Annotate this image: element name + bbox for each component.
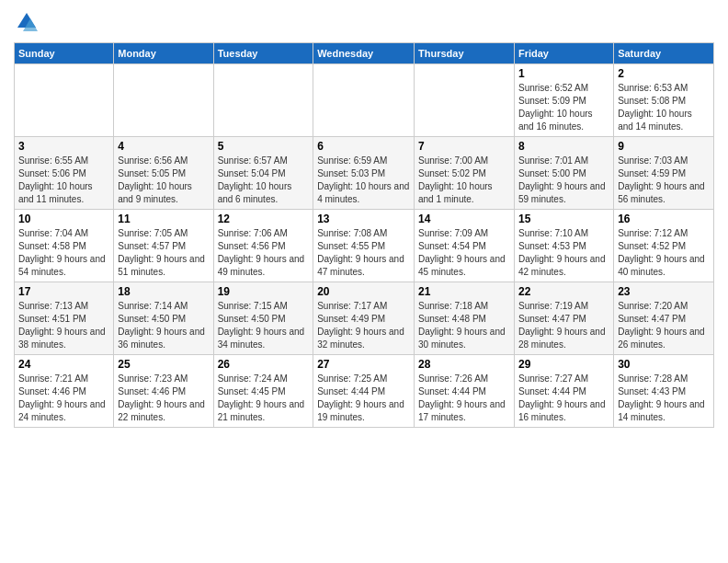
week-row-1: 1Sunrise: 6:52 AMSunset: 5:09 PMDaylight… bbox=[15, 64, 714, 137]
day-info: Sunrise: 7:15 AMSunset: 4:50 PMDaylight:… bbox=[218, 300, 310, 351]
calendar-cell: 26Sunrise: 7:24 AMSunset: 4:45 PMDayligh… bbox=[213, 355, 313, 428]
calendar-cell: 7Sunrise: 7:00 AMSunset: 5:02 PMDaylight… bbox=[415, 137, 515, 210]
day-header-tuesday: Tuesday bbox=[213, 43, 313, 64]
header bbox=[14, 9, 714, 35]
day-header-wednesday: Wednesday bbox=[313, 43, 415, 64]
calendar-cell: 28Sunrise: 7:26 AMSunset: 4:44 PMDayligh… bbox=[415, 355, 515, 428]
day-info: Sunrise: 7:21 AMSunset: 4:46 PMDaylight:… bbox=[18, 373, 109, 424]
calendar-cell: 3Sunrise: 6:55 AMSunset: 5:06 PMDaylight… bbox=[15, 137, 114, 210]
day-number: 10 bbox=[18, 213, 109, 225]
week-row-2: 3Sunrise: 6:55 AMSunset: 5:06 PMDaylight… bbox=[15, 137, 714, 210]
day-number: 8 bbox=[518, 140, 609, 153]
day-number: 6 bbox=[317, 140, 410, 153]
calendar-cell: 24Sunrise: 7:21 AMSunset: 4:46 PMDayligh… bbox=[15, 355, 114, 428]
day-number: 20 bbox=[317, 285, 410, 298]
day-number: 13 bbox=[317, 213, 410, 225]
day-info: Sunrise: 7:03 AMSunset: 4:59 PMDaylight:… bbox=[618, 155, 710, 206]
day-number: 19 bbox=[218, 285, 310, 298]
calendar-cell: 21Sunrise: 7:18 AMSunset: 4:48 PMDayligh… bbox=[415, 282, 515, 355]
day-info: Sunrise: 7:23 AMSunset: 4:46 PMDaylight:… bbox=[118, 373, 209, 424]
day-number: 25 bbox=[118, 358, 209, 371]
calendar-cell bbox=[114, 64, 213, 137]
week-row-5: 24Sunrise: 7:21 AMSunset: 4:46 PMDayligh… bbox=[15, 355, 714, 428]
day-info: Sunrise: 7:28 AMSunset: 4:43 PMDaylight:… bbox=[618, 373, 710, 424]
calendar-cell: 19Sunrise: 7:15 AMSunset: 4:50 PMDayligh… bbox=[213, 282, 313, 355]
day-info: Sunrise: 7:09 AMSunset: 4:54 PMDaylight:… bbox=[418, 227, 510, 279]
day-info: Sunrise: 7:19 AMSunset: 4:47 PMDaylight:… bbox=[518, 300, 609, 351]
calendar-cell: 10Sunrise: 7:04 AMSunset: 4:58 PMDayligh… bbox=[15, 210, 114, 282]
calendar-cell: 30Sunrise: 7:28 AMSunset: 4:43 PMDayligh… bbox=[614, 355, 714, 428]
day-header-sunday: Sunday bbox=[15, 43, 114, 64]
day-number: 22 bbox=[518, 285, 609, 298]
calendar-cell: 29Sunrise: 7:27 AMSunset: 4:44 PMDayligh… bbox=[514, 355, 613, 428]
calendar-cell: 17Sunrise: 7:13 AMSunset: 4:51 PMDayligh… bbox=[15, 282, 114, 355]
day-info: Sunrise: 7:24 AMSunset: 4:45 PMDaylight:… bbox=[218, 373, 310, 424]
day-info: Sunrise: 7:14 AMSunset: 4:50 PMDaylight:… bbox=[118, 300, 209, 351]
calendar-cell: 20Sunrise: 7:17 AMSunset: 4:49 PMDayligh… bbox=[313, 282, 415, 355]
day-info: Sunrise: 7:27 AMSunset: 4:44 PMDaylight:… bbox=[518, 373, 609, 424]
day-info: Sunrise: 7:04 AMSunset: 4:58 PMDaylight:… bbox=[18, 227, 109, 279]
calendar-cell bbox=[15, 64, 114, 137]
calendar-cell: 16Sunrise: 7:12 AMSunset: 4:52 PMDayligh… bbox=[614, 210, 714, 282]
calendar-cell: 4Sunrise: 6:56 AMSunset: 5:05 PMDaylight… bbox=[114, 137, 213, 210]
day-number: 7 bbox=[418, 140, 510, 153]
day-number: 29 bbox=[518, 358, 609, 371]
day-number: 23 bbox=[618, 285, 710, 298]
day-info: Sunrise: 7:18 AMSunset: 4:48 PMDaylight:… bbox=[418, 300, 510, 351]
day-number: 9 bbox=[618, 140, 710, 153]
calendar-cell: 23Sunrise: 7:20 AMSunset: 4:47 PMDayligh… bbox=[614, 282, 714, 355]
day-number: 26 bbox=[218, 358, 310, 371]
calendar-cell: 9Sunrise: 7:03 AMSunset: 4:59 PMDaylight… bbox=[614, 137, 714, 210]
calendar-table: SundayMondayTuesdayWednesdayThursdayFrid… bbox=[14, 42, 714, 428]
calendar-cell bbox=[213, 64, 313, 137]
day-info: Sunrise: 6:52 AMSunset: 5:09 PMDaylight:… bbox=[518, 82, 609, 133]
day-header-thursday: Thursday bbox=[415, 43, 515, 64]
day-info: Sunrise: 7:13 AMSunset: 4:51 PMDaylight:… bbox=[18, 300, 109, 351]
day-info: Sunrise: 7:26 AMSunset: 4:44 PMDaylight:… bbox=[418, 373, 510, 424]
day-header-monday: Monday bbox=[114, 43, 213, 64]
day-info: Sunrise: 7:01 AMSunset: 5:00 PMDaylight:… bbox=[518, 155, 609, 206]
calendar-cell: 13Sunrise: 7:08 AMSunset: 4:55 PMDayligh… bbox=[313, 210, 415, 282]
page: SundayMondayTuesdayWednesdayThursdayFrid… bbox=[0, 0, 728, 437]
calendar-cell: 15Sunrise: 7:10 AMSunset: 4:53 PMDayligh… bbox=[514, 210, 613, 282]
day-info: Sunrise: 7:05 AMSunset: 4:57 PMDaylight:… bbox=[118, 227, 209, 279]
day-number: 12 bbox=[218, 213, 310, 225]
calendar-cell: 5Sunrise: 6:57 AMSunset: 5:04 PMDaylight… bbox=[213, 137, 313, 210]
day-info: Sunrise: 6:53 AMSunset: 5:08 PMDaylight:… bbox=[618, 82, 710, 133]
day-number: 27 bbox=[317, 358, 410, 371]
day-info: Sunrise: 7:17 AMSunset: 4:49 PMDaylight:… bbox=[317, 300, 410, 351]
day-number: 2 bbox=[618, 67, 710, 80]
day-number: 11 bbox=[118, 213, 209, 225]
calendar-cell: 2Sunrise: 6:53 AMSunset: 5:08 PMDaylight… bbox=[614, 64, 714, 137]
day-number: 3 bbox=[18, 140, 109, 153]
day-number: 30 bbox=[618, 358, 710, 371]
calendar-cell: 12Sunrise: 7:06 AMSunset: 4:56 PMDayligh… bbox=[213, 210, 313, 282]
day-info: Sunrise: 7:00 AMSunset: 5:02 PMDaylight:… bbox=[418, 155, 510, 206]
day-info: Sunrise: 7:20 AMSunset: 4:47 PMDaylight:… bbox=[618, 300, 710, 351]
day-number: 17 bbox=[18, 285, 109, 298]
logo-icon bbox=[14, 9, 40, 35]
logo bbox=[14, 9, 43, 35]
calendar-cell: 14Sunrise: 7:09 AMSunset: 4:54 PMDayligh… bbox=[415, 210, 515, 282]
calendar-header-row: SundayMondayTuesdayWednesdayThursdayFrid… bbox=[15, 43, 714, 64]
day-header-saturday: Saturday bbox=[614, 43, 714, 64]
day-number: 16 bbox=[618, 213, 710, 225]
calendar-cell: 6Sunrise: 6:59 AMSunset: 5:03 PMDaylight… bbox=[313, 137, 415, 210]
calendar-cell: 11Sunrise: 7:05 AMSunset: 4:57 PMDayligh… bbox=[114, 210, 213, 282]
day-info: Sunrise: 6:55 AMSunset: 5:06 PMDaylight:… bbox=[18, 155, 109, 206]
day-info: Sunrise: 7:08 AMSunset: 4:55 PMDaylight:… bbox=[317, 227, 410, 279]
week-row-3: 10Sunrise: 7:04 AMSunset: 4:58 PMDayligh… bbox=[15, 210, 714, 282]
calendar-cell bbox=[415, 64, 515, 137]
day-number: 28 bbox=[418, 358, 510, 371]
day-number: 1 bbox=[518, 67, 609, 80]
day-info: Sunrise: 7:12 AMSunset: 4:52 PMDaylight:… bbox=[618, 227, 710, 279]
day-info: Sunrise: 7:25 AMSunset: 4:44 PMDaylight:… bbox=[317, 373, 410, 424]
calendar-cell: 1Sunrise: 6:52 AMSunset: 5:09 PMDaylight… bbox=[514, 64, 613, 137]
day-number: 14 bbox=[418, 213, 510, 225]
calendar-cell: 22Sunrise: 7:19 AMSunset: 4:47 PMDayligh… bbox=[514, 282, 613, 355]
day-number: 21 bbox=[418, 285, 510, 298]
day-number: 5 bbox=[218, 140, 310, 153]
day-info: Sunrise: 6:57 AMSunset: 5:04 PMDaylight:… bbox=[218, 155, 310, 206]
calendar-cell: 25Sunrise: 7:23 AMSunset: 4:46 PMDayligh… bbox=[114, 355, 213, 428]
day-info: Sunrise: 6:56 AMSunset: 5:05 PMDaylight:… bbox=[118, 155, 209, 206]
